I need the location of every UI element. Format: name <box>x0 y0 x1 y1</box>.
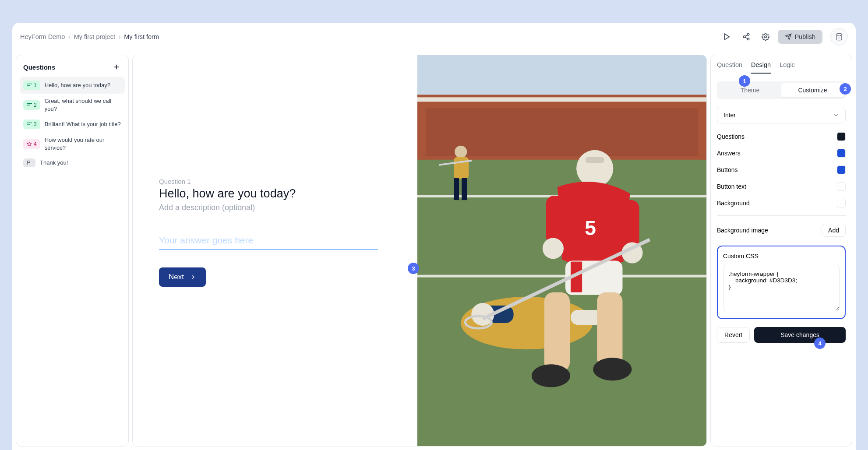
question-type-badge: 2 <box>23 100 40 110</box>
tab-question[interactable]: Question <box>717 61 742 74</box>
app-window: HeyForm Demo › My first project › My fir… <box>12 23 856 450</box>
svg-rect-33 <box>462 178 467 200</box>
annotation-badge: 4 <box>814 338 826 349</box>
subtab-customize[interactable]: Customize <box>781 83 844 97</box>
question-item[interactable]: 4 How would you rate our service? <box>20 133 125 155</box>
svg-point-10 <box>838 35 839 36</box>
question-text: Brilliant! What is your job title? <box>45 120 121 128</box>
text-icon <box>27 122 32 127</box>
custom-css-label: Custom CSS <box>723 253 840 260</box>
buttons-color-swatch[interactable] <box>837 165 846 174</box>
panel-tabs: Question Design Logic <box>717 61 846 74</box>
question-description[interactable]: Add a description (optional) <box>159 203 387 212</box>
annotation-badge: 1 <box>739 75 750 87</box>
background-color-label: Background <box>717 200 750 207</box>
svg-rect-21 <box>28 161 30 163</box>
svg-rect-43 <box>621 200 639 248</box>
question-type-badge: 1 <box>23 81 40 90</box>
svg-point-1 <box>748 34 750 36</box>
svg-rect-49 <box>597 292 622 367</box>
svg-rect-40 <box>586 157 604 163</box>
divider <box>717 215 846 216</box>
questions-color-swatch[interactable] <box>837 132 846 141</box>
star-icon <box>27 141 32 147</box>
form-preview: Question 1 Hello, how are you today? Add… <box>133 55 417 446</box>
svg-marker-20 <box>27 142 32 146</box>
svg-rect-32 <box>454 178 459 200</box>
play-icon <box>723 33 731 41</box>
publish-label: Publish <box>794 33 815 40</box>
question-text: Thank you! <box>40 159 121 167</box>
breadcrumb-item-form[interactable]: My first form <box>124 33 159 40</box>
next-button[interactable]: Next <box>159 267 206 287</box>
svg-point-30 <box>455 146 467 158</box>
question-text: Great, what should we call you? <box>45 97 121 112</box>
question-item[interactable]: 3 Brilliant! What is your job title? <box>20 116 125 133</box>
next-label: Next <box>169 273 184 281</box>
svg-rect-25 <box>417 97 706 102</box>
breadcrumb: HeyForm Demo › My first project › My fir… <box>20 33 159 40</box>
share-button[interactable] <box>737 28 755 46</box>
save-changes-button[interactable]: Save changes <box>754 327 846 343</box>
breadcrumb-item-project[interactable]: My first project <box>74 33 115 40</box>
design-panel: Question Design Logic 1 Theme Customize … <box>710 55 852 446</box>
button-text-color-swatch[interactable] <box>837 182 846 191</box>
question-number: 4 <box>34 141 37 147</box>
question-type-badge: 3 <box>23 120 40 129</box>
svg-line-5 <box>745 35 748 36</box>
publish-button[interactable]: Publish <box>778 30 822 44</box>
answer-input[interactable] <box>159 232 378 250</box>
add-question-button[interactable] <box>112 62 121 72</box>
question-item[interactable]: 2 Great, what should we call you? <box>20 94 125 116</box>
background-color-swatch[interactable] <box>837 199 846 207</box>
svg-point-39 <box>576 150 613 187</box>
header: HeyForm Demo › My first project › My fir… <box>12 23 856 51</box>
form-preview-panel: Question 1 Hello, how are you today? Add… <box>132 55 707 446</box>
svg-point-44 <box>543 238 564 259</box>
text-icon <box>27 103 32 107</box>
answers-color-label: Answers <box>717 150 741 157</box>
svg-rect-48 <box>544 292 570 372</box>
settings-button[interactable] <box>757 28 774 46</box>
svg-point-3 <box>748 38 750 40</box>
chevron-right-icon <box>190 274 196 280</box>
question-type-badge <box>23 158 35 167</box>
user-avatar[interactable] <box>830 28 848 46</box>
question-item[interactable]: 1 Hello, how are you today? <box>20 77 125 94</box>
question-number: 2 <box>34 102 37 108</box>
plus-icon <box>113 63 120 71</box>
question-item[interactable]: Thank you! <box>20 155 125 171</box>
annotation-badge: 2 <box>840 83 851 95</box>
questions-color-label: Questions <box>717 133 745 140</box>
svg-rect-42 <box>546 196 564 244</box>
buttons-color-label: Buttons <box>717 166 737 173</box>
revert-button[interactable]: Revert <box>717 327 750 343</box>
design-subtabs: Theme Customize <box>717 81 846 99</box>
tab-design[interactable]: Design <box>751 61 771 74</box>
breadcrumb-item-workspace[interactable]: HeyForm Demo <box>20 33 65 40</box>
flag-icon <box>27 160 32 165</box>
background-image-label: Background image <box>717 227 768 234</box>
answers-color-swatch[interactable] <box>837 149 846 158</box>
tab-logic[interactable]: Logic <box>780 61 795 74</box>
preview-button[interactable] <box>718 28 736 46</box>
subtab-theme[interactable]: Theme <box>719 83 781 97</box>
svg-text:5: 5 <box>585 217 596 239</box>
svg-point-50 <box>532 364 570 387</box>
question-title[interactable]: Hello, how are you today? <box>159 187 387 200</box>
add-background-image-button[interactable]: Add <box>822 224 846 237</box>
avatar-icon <box>835 32 843 41</box>
custom-css-textarea[interactable] <box>723 265 840 311</box>
header-actions: Publish <box>718 28 848 46</box>
font-value: Inter <box>723 112 736 119</box>
text-icon <box>27 83 32 88</box>
custom-css-block: Custom CSS <box>717 246 846 319</box>
button-text-color-label: Button text <box>717 183 746 190</box>
sidebar-title: Questions <box>23 63 55 71</box>
chevron-right-icon: › <box>119 34 120 40</box>
questions-sidebar: Questions 1 Hello, how are you today? 2 … <box>16 55 129 446</box>
font-select[interactable]: Inter <box>717 107 846 123</box>
svg-rect-9 <box>836 34 842 40</box>
share-icon <box>742 33 750 41</box>
svg-marker-0 <box>725 34 730 40</box>
